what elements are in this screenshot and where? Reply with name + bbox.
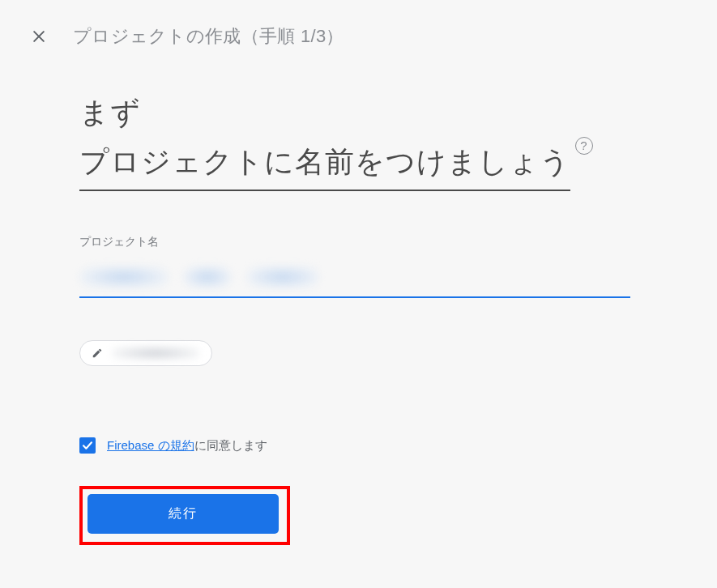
project-id-chip[interactable]	[79, 340, 212, 366]
heading-line-1: まず	[79, 87, 693, 137]
terms-checkbox[interactable]	[79, 437, 96, 454]
project-name-field: プロジェクト名	[79, 235, 630, 298]
project-name-label: プロジェクト名	[79, 235, 630, 249]
help-icon[interactable]: ?	[575, 137, 593, 155]
annotation-highlight: 続行	[79, 486, 290, 545]
dialog-title: プロジェクトの作成（手順 1/3）	[73, 24, 344, 49]
continue-button[interactable]: 続行	[87, 494, 279, 534]
close-icon[interactable]	[31, 28, 47, 45]
heading-line-2: プロジェクトに名前をつけましょう	[79, 137, 570, 191]
terms-suffix: に同意します	[194, 438, 267, 452]
pencil-icon	[92, 347, 103, 359]
dialog-header: プロジェクトの作成（手順 1/3）	[24, 24, 717, 87]
redacted-chip-value	[111, 346, 200, 360]
terms-row: Firebase の規約に同意します	[79, 437, 693, 454]
terms-link[interactable]: Firebase の規約	[107, 438, 194, 452]
terms-text: Firebase の規約に同意します	[107, 438, 267, 454]
main-heading: まず プロジェクトに名前をつけましょう ?	[79, 87, 693, 191]
project-name-input[interactable]	[79, 258, 630, 298]
redacted-value	[79, 264, 339, 290]
